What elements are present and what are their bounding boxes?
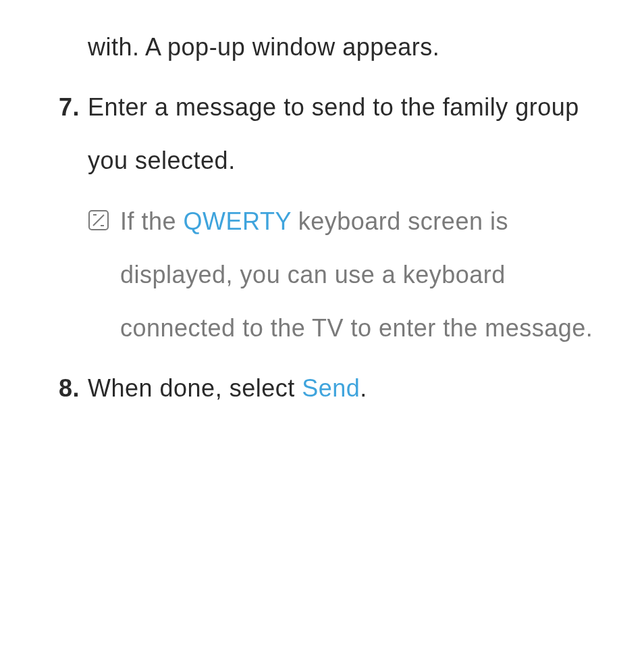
- note-prefix: If the: [120, 207, 184, 235]
- svg-line-1: [93, 215, 104, 226]
- step-highlight: Send: [302, 374, 360, 402]
- continuation-text: with. A pop-up window appears.: [88, 20, 603, 74]
- step-suffix: .: [360, 374, 367, 402]
- step-number: 8.: [47, 361, 80, 415]
- step-text: When done, select Send.: [88, 361, 603, 415]
- note-icon: [88, 195, 115, 355]
- step-7: 7. Enter a message to send to the family…: [47, 80, 603, 187]
- step-number: 7.: [47, 80, 80, 187]
- step-prefix: When done, select: [88, 374, 302, 402]
- note-block: If the QWERTY keyboard screen is display…: [88, 195, 603, 355]
- step-text: Enter a message to send to the family gr…: [88, 80, 603, 187]
- note-text: If the QWERTY keyboard screen is display…: [120, 195, 603, 355]
- note-highlight: QWERTY: [184, 207, 292, 235]
- step-8: 8. When done, select Send.: [47, 361, 603, 415]
